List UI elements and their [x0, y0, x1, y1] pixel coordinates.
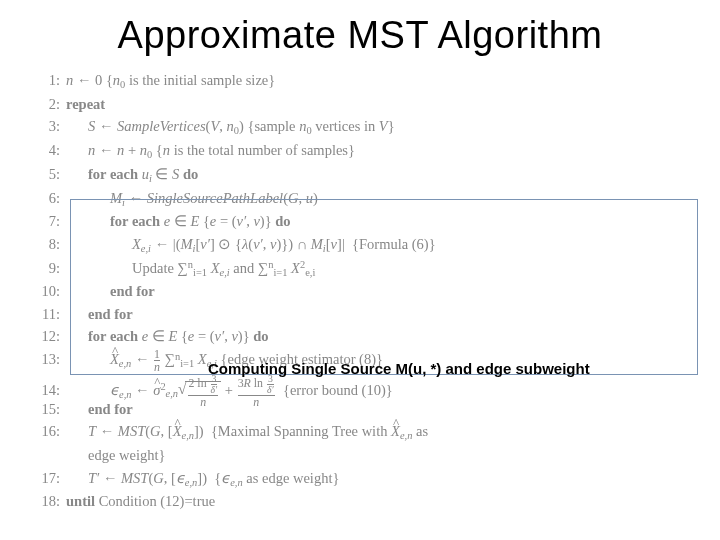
line-body: end for [66, 280, 155, 302]
slide-title: Approximate MST Algorithm [20, 14, 700, 57]
algo-line: 17:T′ ← MST(G, [ϵe,n]) {ϵe,n as edge wei… [28, 467, 700, 491]
line-body: S ← SampleVertices(V, n0) {sample n0 ver… [66, 115, 395, 139]
algo-line: 11:end for [28, 303, 700, 325]
line-number: 17: [28, 467, 66, 489]
line-number: 15: [28, 398, 66, 420]
line-body: until Condition (12)=true [66, 490, 215, 512]
line-body: Update ∑ni=1 Xe,i and ∑ni=1 X2e,i [66, 257, 315, 281]
algo-line: 13:Xe,n ← 1n ∑ni=1 Xe,i {edge weight est… [28, 348, 700, 374]
algo-line: 18:until Condition (12)=true [28, 490, 700, 512]
line-body: for each e ∈ E {e = (v′, v)} do [66, 210, 291, 232]
algo-line: 14:ϵe,n ← σ2e,n√2 ln 3δ′n + 3R ln 3δ′n {… [28, 374, 700, 398]
line-number: 4: [28, 139, 66, 161]
line-number: 9: [28, 257, 66, 279]
line-number: 10: [28, 280, 66, 302]
algo-line: 6:Mi ← SingleSourcePathLabel(G, u) [28, 187, 700, 211]
algo-line: 9:Update ∑ni=1 Xe,i and ∑ni=1 X2e,i [28, 257, 700, 281]
algo-line: 3:S ← SampleVertices(V, n0) {sample n0 v… [28, 115, 700, 139]
line-body: edge weight} [66, 444, 165, 466]
line-body: end for [66, 398, 133, 420]
algorithm-listing: 1:n ← 0 {n0 is the initial sample size} … [28, 69, 700, 513]
line-number: 6: [28, 187, 66, 209]
line-body: for each e ∈ E {e = (v′, v)} do [66, 325, 269, 347]
line-number: 5: [28, 163, 66, 185]
line-number: 12: [28, 325, 66, 347]
line-number: 18: [28, 490, 66, 512]
algo-line: edge weight} [28, 444, 700, 466]
line-body: n ← n + n0 {n is the total number of sam… [66, 139, 355, 163]
line-body: Xe,n ← 1n ∑ni=1 Xe,i {edge weight estima… [66, 348, 383, 374]
line-number: 7: [28, 210, 66, 232]
line-number: 3: [28, 115, 66, 137]
algo-line: 8:Xe,i ← |(Mi[v′] ⊙ {λ(v′, v)}) ∩ Mi[v]|… [28, 233, 700, 257]
line-body: T′ ← MST(G, [ϵe,n]) {ϵe,n as edge weight… [66, 467, 339, 491]
slide: Approximate MST Algorithm 1:n ← 0 {n0 is… [0, 0, 720, 540]
algo-line: 5:for each ui ∈ S do [28, 163, 700, 187]
line-number: 16: [28, 420, 66, 442]
line-number: 13: [28, 348, 66, 370]
algo-line: 2:repeat [28, 93, 700, 115]
line-number: 1: [28, 69, 66, 91]
line-number: 11: [28, 303, 66, 325]
line-body: T ← MST(G, [Xe,n]) {Maximal Spanning Tre… [66, 420, 428, 444]
line-body: for each ui ∈ S do [66, 163, 198, 187]
algo-line: 1:n ← 0 {n0 is the initial sample size} [28, 69, 700, 93]
algo-line: 12:for each e ∈ E {e = (v′, v)} do [28, 325, 700, 347]
algo-line: 4:n ← n + n0 {n is the total number of s… [28, 139, 700, 163]
line-body: n ← 0 {n0 is the initial sample size} [66, 69, 275, 93]
line-number: 8: [28, 233, 66, 255]
algo-line: 16:T ← MST(G, [Xe,n]) {Maximal Spanning … [28, 420, 700, 444]
line-number: 2: [28, 93, 66, 115]
line-body: end for [66, 303, 133, 325]
line-body: Mi ← SingleSourcePathLabel(G, u) [66, 187, 318, 211]
line-body: Xe,i ← |(Mi[v′] ⊙ {λ(v′, v)}) ∩ Mi[v]| {… [66, 233, 436, 257]
algo-line: 10:end for [28, 280, 700, 302]
line-body: repeat [66, 93, 105, 115]
algo-line: 7:for each e ∈ E {e = (v′, v)} do [28, 210, 700, 232]
